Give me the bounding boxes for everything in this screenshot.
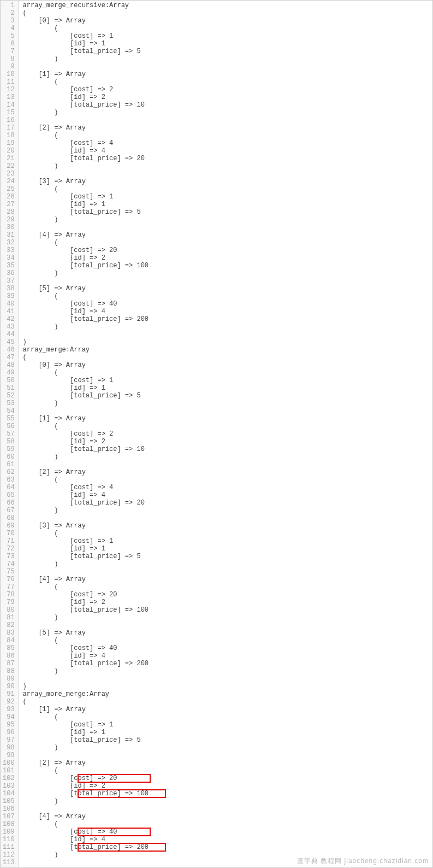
code-line: [id] => 2: [23, 254, 428, 262]
line-number: 6: [3, 40, 15, 48]
line-number: 108: [3, 820, 15, 828]
line-number: 97: [3, 736, 15, 744]
code-line: [total_price] => 10: [23, 445, 428, 453]
code-line: ): [23, 614, 428, 621]
code-line: [23, 675, 428, 683]
code-line: [4] => Array: [23, 231, 428, 239]
code-line: [23, 859, 428, 866]
line-number: 20: [3, 147, 15, 155]
line-number: 58: [3, 438, 15, 445]
code-line: [total_price] => 200: [23, 843, 428, 851]
code-line: [id] => 1: [23, 40, 428, 48]
line-number: 76: [3, 576, 15, 583]
code-line: [id] => 4: [23, 147, 428, 155]
line-number: 89: [3, 675, 15, 683]
line-number: 57: [3, 430, 15, 438]
code-line: [id] => 2: [23, 599, 428, 606]
code-line: (: [23, 25, 428, 32]
line-number: 73: [3, 553, 15, 560]
line-number: 48: [3, 361, 15, 369]
code-line: [id] => 4: [23, 652, 428, 660]
line-number: 71: [3, 537, 15, 545]
code-line: ): [23, 797, 428, 805]
code-line: (: [23, 78, 428, 86]
code-line: ): [23, 323, 428, 331]
code-line: [23, 752, 428, 759]
code-line: (: [23, 239, 428, 247]
code-line: [1] => Array: [23, 706, 428, 713]
code-line: [3] => Array: [23, 178, 428, 185]
line-number: 32: [3, 239, 15, 247]
line-number: 104: [3, 790, 15, 797]
code-line: [id] => 4: [23, 491, 428, 499]
code-line: [id] => 2: [23, 782, 428, 790]
code-line: array_merge_recursive:Array: [23, 2, 428, 9]
code-line: [id] => 4: [23, 836, 428, 843]
line-number: 95: [3, 721, 15, 729]
line-number: 72: [3, 545, 15, 553]
line-number: 1: [3, 2, 15, 9]
code-line: (: [23, 583, 428, 591]
code-line: [1] => Array: [23, 71, 428, 78]
line-number: 88: [3, 667, 15, 675]
code-line: [cost] => 4: [23, 139, 428, 147]
line-number: 41: [3, 308, 15, 315]
code-line: [id] => 2: [23, 438, 428, 445]
code-line: (: [23, 423, 428, 430]
code-line: ): [23, 507, 428, 514]
code-line: ): [23, 400, 428, 407]
code-line: ): [23, 216, 428, 224]
line-number: 14: [3, 101, 15, 109]
line-number: 15: [3, 109, 15, 116]
line-number: 25: [3, 185, 15, 193]
line-number: 109: [3, 828, 15, 836]
line-number: 70: [3, 530, 15, 537]
line-number: 65: [3, 491, 15, 499]
code-line: [total_price] => 200: [23, 315, 428, 323]
code-line: (: [23, 820, 428, 828]
code-line: [4] => Array: [23, 813, 428, 820]
line-number: 111: [3, 843, 15, 851]
code-line: [23, 621, 428, 629]
code-block: 1234567891011121314151617181920212223242…: [0, 0, 433, 868]
line-number: 98: [3, 744, 15, 752]
line-number: 46: [3, 346, 15, 354]
line-number: 18: [3, 132, 15, 139]
line-number: 101: [3, 767, 15, 775]
code-line: (: [23, 637, 428, 644]
code-line: [total_price] => 5: [23, 208, 428, 216]
line-number: 62: [3, 468, 15, 476]
code-line: [23, 568, 428, 576]
line-number: 23: [3, 170, 15, 178]
line-number: 3: [3, 17, 15, 25]
line-number: 79: [3, 599, 15, 606]
line-number: 38: [3, 285, 15, 292]
line-number: 37: [3, 277, 15, 285]
code-line: (: [23, 132, 428, 139]
line-number: 106: [3, 805, 15, 813]
code-line: [23, 277, 428, 285]
code-line: (: [23, 698, 428, 706]
line-number: 61: [3, 461, 15, 468]
code-line: [cost] => 1: [23, 537, 428, 545]
line-number: 100: [3, 759, 15, 767]
line-number: 59: [3, 445, 15, 453]
code-line: [id] => 1: [23, 545, 428, 553]
line-number: 12: [3, 86, 15, 93]
code-line: [0] => Array: [23, 17, 428, 25]
line-number: 84: [3, 637, 15, 644]
line-number: 105: [3, 797, 15, 805]
line-number: 4: [3, 25, 15, 32]
line-number: 35: [3, 262, 15, 269]
code-line: [total_price] => 200: [23, 660, 428, 667]
code-line: [cost] => 20: [23, 775, 428, 782]
line-number: 63: [3, 476, 15, 484]
code-line: [cost] => 2: [23, 86, 428, 93]
line-number: 2: [3, 9, 15, 17]
code-line: [3] => Array: [23, 522, 428, 530]
code-line: (: [23, 354, 428, 361]
line-number: 43: [3, 323, 15, 331]
code-line: [5] => Array: [23, 629, 428, 637]
code-line: [23, 170, 428, 178]
line-number: 42: [3, 315, 15, 323]
